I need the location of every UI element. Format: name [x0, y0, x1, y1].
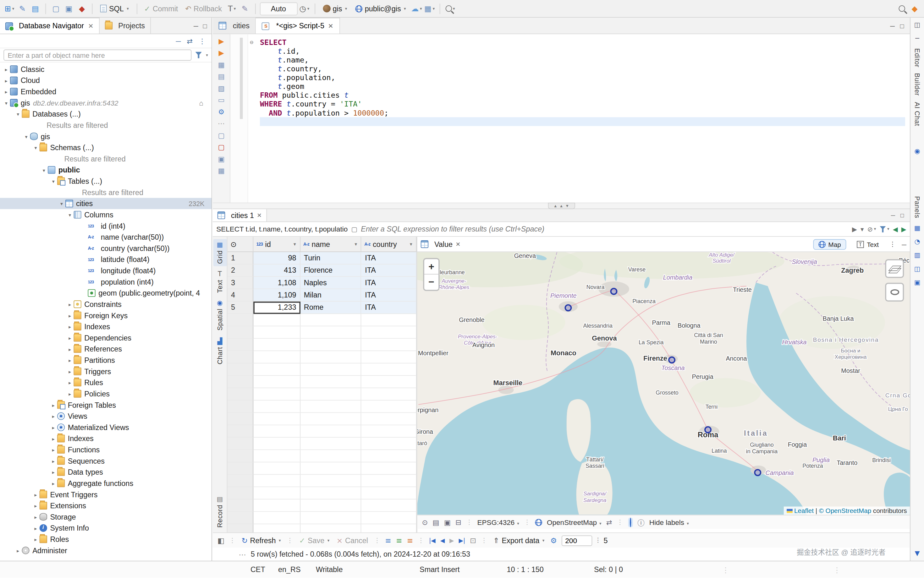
- presentation-tab-grid[interactable]: ▦Grid: [213, 239, 226, 266]
- app-badge-icon[interactable]: ◆: [909, 2, 921, 15]
- empty-cell[interactable]: [253, 326, 301, 339]
- tree-chevron-icon[interactable]: ▸: [66, 357, 73, 363]
- tree-chevron-icon[interactable]: ▾: [40, 167, 48, 173]
- zoom-out-button[interactable]: −: [424, 274, 438, 290]
- empty-cell[interactable]: [361, 326, 417, 339]
- tree-item-gis[interactable]: ▾gis: [0, 131, 211, 142]
- minimize-icon[interactable]: ─: [194, 22, 198, 29]
- filter-chevron-icon[interactable]: ▼: [354, 242, 358, 246]
- empty-cell[interactable]: [253, 475, 301, 487]
- empty-cell[interactable]: [361, 500, 417, 512]
- explain-plan-icon[interactable]: ▦: [218, 61, 224, 69]
- script-validate-icon[interactable]: ▧: [218, 85, 224, 93]
- empty-cell[interactable]: [301, 425, 361, 438]
- maximize-icon[interactable]: □: [203, 22, 207, 29]
- panel-icon-4[interactable]: ▣: [914, 278, 921, 286]
- cell-name[interactable]: Florence: [301, 265, 361, 277]
- cell-country[interactable]: ITA: [361, 289, 417, 302]
- empty-cell[interactable]: [301, 351, 361, 364]
- empty-cell[interactable]: [361, 364, 417, 376]
- empty-cell[interactable]: [361, 314, 417, 326]
- tree-chevron-icon[interactable]: ▸: [66, 380, 73, 385]
- panel-icon-2[interactable]: ▥: [914, 251, 921, 259]
- tree-item-public[interactable]: ▾public: [0, 164, 211, 175]
- empty-cell[interactable]: [301, 376, 361, 388]
- tree-item-population-int4-[interactable]: population (int4): [0, 276, 211, 287]
- tree-item-aggregate-functions[interactable]: ▸Aggregate functions: [0, 478, 211, 489]
- empty-cell[interactable]: [361, 463, 417, 475]
- close-icon[interactable]: ✕: [257, 212, 262, 219]
- empty-cell[interactable]: [253, 388, 301, 401]
- statement-details-icon[interactable]: ▤: [218, 73, 224, 81]
- object-filter-input[interactable]: [3, 50, 192, 61]
- editor-settings-icon[interactable]: ⚙: [218, 109, 224, 116]
- cell-country[interactable]: ITA: [361, 277, 417, 289]
- cell-id[interactable]: 1,108: [253, 277, 301, 289]
- tree-item-functions[interactable]: ▸Functions: [0, 444, 211, 456]
- panel-icon-1[interactable]: ◔: [914, 238, 920, 245]
- labels-select[interactable]: Hide labels ▾: [649, 518, 689, 526]
- tree-item-classic[interactable]: ▸Classic: [0, 64, 211, 75]
- empty-cell[interactable]: [361, 524, 417, 533]
- save-button[interactable]: ✓Save▾: [298, 534, 331, 547]
- fetch-page-icon[interactable]: ⊡: [470, 536, 476, 545]
- tree-item-extensions[interactable]: ▸Extensions: [0, 500, 211, 511]
- tree-item-cities[interactable]: ▾cities232K: [0, 198, 211, 209]
- clear-filter-icon[interactable]: ⊘▾: [867, 225, 876, 233]
- rollback-button[interactable]: ↶Rollback: [182, 2, 225, 15]
- rail-sync-icon[interactable]: ◉: [914, 147, 920, 155]
- column-view-icon[interactable]: ≡: [407, 536, 413, 545]
- tree-item-indexes[interactable]: ▸Indexes: [0, 433, 211, 444]
- tree-item-foreign-tables[interactable]: ▸Foreign Tables: [0, 399, 211, 411]
- commit-mode-select[interactable]: Auto: [260, 2, 297, 15]
- empty-cell[interactable]: [253, 364, 301, 376]
- tree-chevron-icon[interactable]: ▸: [50, 458, 57, 464]
- execute-script-icon[interactable]: ▶: [218, 50, 224, 57]
- tree-chevron-icon[interactable]: ▸: [3, 66, 10, 72]
- cell-name[interactable]: Milan: [301, 289, 361, 302]
- empty-cell[interactable]: [253, 425, 301, 438]
- nav-back-icon[interactable]: ◀: [893, 225, 898, 233]
- tree-chevron-icon[interactable]: ▸: [66, 369, 73, 375]
- panel-toggle-icon[interactable]: ◧: [218, 536, 224, 545]
- row-number[interactable]: 2: [228, 265, 253, 277]
- cell-country[interactable]: ITA: [361, 252, 417, 265]
- global-search-icon[interactable]: [896, 2, 908, 15]
- empty-cell[interactable]: [253, 314, 301, 326]
- cell-country[interactable]: ITA: [361, 265, 417, 277]
- tree-item-results-are-filtered[interactable]: Results are filtered: [0, 153, 211, 165]
- expand-icon[interactable]: ▢: [351, 225, 358, 233]
- tree-item-policies[interactable]: ▸Policies: [0, 388, 211, 399]
- transaction-log-icon[interactable]: ◷▾: [299, 2, 311, 15]
- result-grid[interactable]: ⊙123id▼A-zname▼A-zcountry▼ 198TurinITA24…: [228, 237, 417, 533]
- empty-cell[interactable]: [361, 351, 417, 364]
- tree-item-partitions[interactable]: ▸Partitions: [0, 355, 211, 366]
- transaction-mode-icon[interactable]: T▾: [226, 2, 238, 15]
- cell-id[interactable]: 413: [253, 265, 301, 277]
- empty-cell[interactable]: [301, 401, 361, 413]
- empty-cell[interactable]: [301, 388, 361, 401]
- minimized-view-editor[interactable]: Editor: [914, 49, 921, 68]
- tree-chevron-icon[interactable]: ▾: [58, 200, 65, 206]
- sql-code[interactable]: ⊖SELECT t.id, t.name, t.country, t.popul…: [248, 34, 905, 203]
- new-connection-icon[interactable]: ⊞▾: [3, 2, 15, 15]
- tree-chevron-icon[interactable]: ▸: [50, 402, 57, 408]
- empty-cell[interactable]: [301, 326, 361, 339]
- cancel-button[interactable]: ×Cancel: [335, 534, 369, 547]
- tree-chevron-icon[interactable]: ▾: [50, 178, 57, 184]
- city-marker[interactable]: [611, 288, 617, 294]
- tree-chevron-icon[interactable]: ▸: [3, 89, 10, 94]
- first-row-icon[interactable]: |◀: [429, 537, 436, 544]
- connection-select[interactable]: gis▾: [319, 2, 350, 15]
- empty-cell[interactable]: [361, 376, 417, 388]
- draw-control[interactable]: [885, 283, 904, 302]
- tree-item-embedded[interactable]: ▸Embedded: [0, 86, 211, 97]
- rail-more-icon[interactable]: ⋯: [218, 120, 225, 128]
- crs-select[interactable]: EPSG:4326 ▾: [477, 518, 519, 526]
- tree-chevron-icon[interactable]: ▸: [32, 503, 39, 508]
- empty-cell[interactable]: [253, 376, 301, 388]
- apply-filter-icon[interactable]: ▶: [852, 225, 857, 233]
- tree-chevron-icon[interactable]: ▸: [32, 514, 39, 520]
- layers-control[interactable]: [885, 259, 904, 278]
- tree-chevron-icon[interactable]: ▸: [66, 323, 73, 330]
